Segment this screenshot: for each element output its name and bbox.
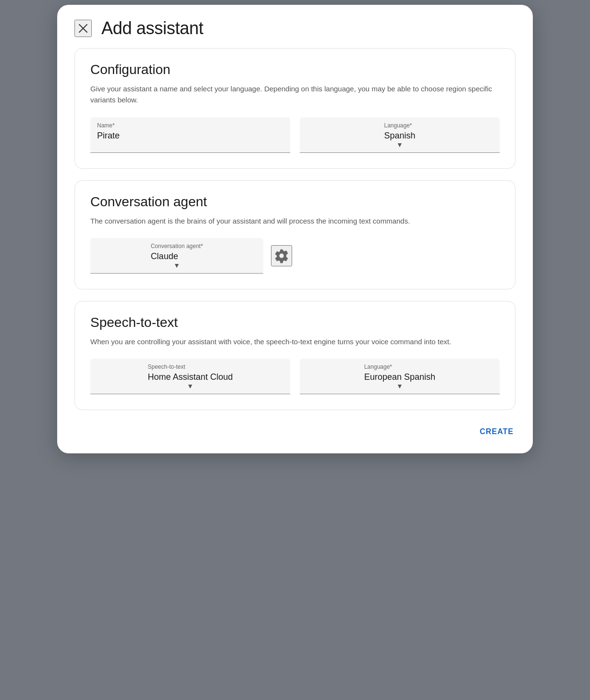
stt-field[interactable]: Speech-to-text Home Assistant Cloud ▼ xyxy=(90,359,290,394)
stt-language-label: Language* xyxy=(364,363,435,370)
language-content: Language* Spanish xyxy=(384,122,415,141)
conversation-agent-description: The conversation agent is the brains of … xyxy=(90,215,500,226)
gear-button[interactable] xyxy=(271,245,292,266)
modal-wrapper: Add assistant Configuration Give your as… xyxy=(0,0,590,700)
agent-value: Claude xyxy=(151,251,203,262)
stt-language-value: European Spanish xyxy=(364,372,435,382)
close-button[interactable] xyxy=(74,20,92,37)
stt-language-content: Language* European Spanish xyxy=(364,363,435,382)
agent-field[interactable]: Conversation agent* Claude ▼ xyxy=(90,238,263,274)
agent-row: Conversation agent* Claude ▼ xyxy=(90,238,500,274)
stt-language-field[interactable]: Language* European Spanish ▼ xyxy=(300,359,500,394)
modal-footer: CREATE xyxy=(57,414,533,453)
stt-label: Speech-to-text xyxy=(148,363,233,370)
configuration-title: Configuration xyxy=(90,62,500,77)
agent-label: Conversation agent* xyxy=(151,243,203,250)
language-dropdown-arrow: ▼ xyxy=(396,141,403,149)
stt-value: Home Assistant Cloud xyxy=(148,372,233,382)
modal-header: Add assistant xyxy=(57,5,533,48)
stt-content: Speech-to-text Home Assistant Cloud xyxy=(148,363,233,382)
language-field[interactable]: Language* Spanish ▼ xyxy=(300,117,500,153)
conversation-agent-title: Conversation agent xyxy=(90,194,500,210)
speech-to-text-card: Speech-to-text When you are controlling … xyxy=(74,301,516,410)
create-button[interactable]: CREATE xyxy=(478,424,516,440)
agent-dropdown-arrow: ▼ xyxy=(173,262,180,269)
speech-to-text-description: When you are controlling your assistant … xyxy=(90,336,500,347)
agent-content: Conversation agent* Claude xyxy=(151,243,203,262)
configuration-fields: Name* Pirate Language* Spanish ▼ xyxy=(90,117,500,153)
conversation-agent-card: Conversation agent The conversation agen… xyxy=(74,180,516,289)
modal-dialog: Add assistant Configuration Give your as… xyxy=(57,5,533,453)
name-field[interactable]: Name* Pirate xyxy=(90,117,290,153)
stt-dropdown-arrow: ▼ xyxy=(187,382,194,390)
modal-title: Add assistant xyxy=(101,18,203,38)
modal-body: Configuration Give your assistant a name… xyxy=(57,48,533,410)
configuration-card: Configuration Give your assistant a name… xyxy=(74,48,516,169)
name-label: Name* xyxy=(97,122,283,129)
speech-to-text-fields: Speech-to-text Home Assistant Cloud ▼ La… xyxy=(90,359,500,394)
name-value: Pirate xyxy=(97,131,283,141)
language-label: Language* xyxy=(384,122,415,129)
configuration-description: Give your assistant a name and select yo… xyxy=(90,83,500,106)
stt-language-dropdown-arrow: ▼ xyxy=(396,382,403,390)
speech-to-text-title: Speech-to-text xyxy=(90,315,500,330)
language-value: Spanish xyxy=(384,131,415,141)
